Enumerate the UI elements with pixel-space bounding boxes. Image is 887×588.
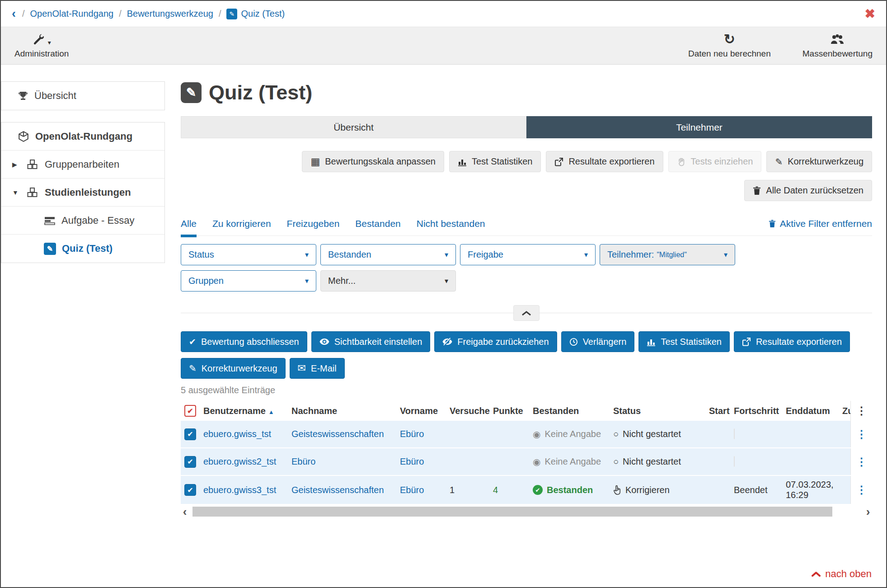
breadcrumb-item-assessment-tool[interactable]: Bewertungswerkzeug (127, 9, 213, 19)
pencil-icon: ✎ (775, 157, 783, 166)
trophy-icon (18, 90, 28, 101)
correction-tool-button[interactable]: ✎ Korrekturwerkzeug (766, 151, 872, 172)
filter-tab-passed[interactable]: Bestanden (355, 218, 400, 229)
table-settings-icon[interactable]: ⋮ (850, 401, 872, 421)
breadcrumb-item-quiz[interactable]: Quiz (Test) (241, 9, 285, 19)
export-results-bulk-button[interactable]: Resultate exportieren (734, 331, 850, 352)
cubes-icon (26, 159, 39, 170)
passed-filter-label: Bestanden (328, 249, 371, 260)
pull-tests-button: Tests einziehen (668, 151, 762, 172)
tab-overview[interactable]: Übersicht (181, 116, 526, 138)
row-actions-icon[interactable]: ⋮ (850, 476, 872, 504)
caret-down-icon[interactable]: ▼ (12, 189, 20, 196)
filters-collapse-divider (181, 305, 872, 321)
row-checkbox[interactable]: ✔ (184, 456, 196, 468)
remove-filters-button[interactable]: Aktive Filter entfernen (769, 218, 872, 229)
passed-label: Keine Angabe (544, 456, 601, 467)
back-icon[interactable]: ‹ (12, 8, 16, 20)
scrollbar-thumb[interactable] (192, 507, 832, 517)
sidebar-item-course-root[interactable]: OpenOlat-Rundgang (1, 122, 164, 151)
correction-tool-label: Korrekturwerkzeug (788, 156, 864, 167)
passed-state: ◉Keine Angabe (530, 425, 610, 443)
collapse-filters-button[interactable] (513, 305, 540, 321)
email-button[interactable]: ✉ E-Mail (290, 358, 345, 379)
trash-icon (753, 186, 761, 195)
finish-assessment-button[interactable]: ✔ Bewertung abschliessen (181, 331, 307, 352)
firstname-link[interactable]: Ebüro (397, 481, 447, 499)
extend-button[interactable]: Verlängern (561, 331, 635, 352)
back-to-top-link[interactable]: nach oben (811, 568, 872, 580)
bulk-assessment-button[interactable]: Massenbewertung (803, 33, 873, 59)
more-filters-dropdown[interactable]: Mehr... ▾ (320, 270, 456, 292)
row-actions-icon[interactable]: ⋮ (850, 421, 872, 447)
participants-table: ✔ Benutzername▲ Nachname Vorname Versuch… (181, 401, 872, 505)
breadcrumb-item-course[interactable]: OpenOlat-Rundgang (30, 9, 114, 19)
filter-tab-to-release[interactable]: Freizugeben (287, 218, 340, 229)
export-results-button[interactable]: Resultate exportieren (546, 151, 663, 172)
release-filter-dropdown[interactable]: Freigabe ▾ (460, 244, 596, 265)
sidebar-item-task-essay[interactable]: Aufgabe - Essay (1, 207, 164, 235)
passed-filter-dropdown[interactable]: Bestanden ▾ (320, 244, 456, 265)
set-visibility-button[interactable]: Sichtbarkeit einstellen (311, 331, 431, 352)
test-statistics-bulk-button[interactable]: Test Statistiken (638, 331, 730, 352)
sidebar-item-group-work[interactable]: ▶ Gruppenarbeiten (1, 151, 164, 179)
col-start[interactable]: Start (706, 406, 731, 416)
lastname-link[interactable]: Geisteswissenschaften (289, 481, 397, 499)
scrollbar-track[interactable] (189, 507, 864, 517)
participant-filter-dropdown[interactable]: Teilnehmer: "Mitglied" ▾ (600, 244, 735, 265)
firstname-link[interactable]: Ebüro (397, 453, 447, 470)
col-status[interactable]: Status (610, 406, 706, 416)
test-statistics-button[interactable]: Test Statistiken (449, 151, 541, 172)
adjust-scale-button[interactable]: ▦ Bewertungsskala anpassen (302, 151, 444, 172)
col-username[interactable]: Benutzername▲ (201, 406, 289, 416)
close-icon[interactable]: ✖ (865, 8, 875, 20)
circle-icon: ○ (613, 456, 619, 467)
status-state: ○Nicht gestartet (610, 425, 706, 443)
correction-tool-bulk-button[interactable]: ✎ Korrekturwerkzeug (181, 358, 286, 379)
quiz-pencil-icon: ✎ (44, 243, 56, 255)
row-actions-icon[interactable]: ⋮ (850, 448, 872, 475)
filter-tab-all[interactable]: Alle (181, 218, 197, 229)
caret-right-icon[interactable]: ▶ (12, 161, 20, 168)
chevron-down-icon: ▾ (445, 250, 448, 259)
col-firstname[interactable]: Vorname (397, 406, 447, 416)
scroll-left-icon[interactable]: ‹ (181, 506, 189, 517)
col-attempts[interactable]: Versuche (447, 406, 490, 416)
col-passed[interactable]: Bestanden (530, 406, 610, 416)
groups-filter-dropdown[interactable]: Gruppen ▾ (181, 270, 316, 292)
col-enddate[interactable]: Enddatum (783, 406, 840, 416)
username-link[interactable]: ebuero.gwiss3_tst (201, 481, 289, 499)
recalculate-data-button[interactable]: ↻ Daten neu berechnen (688, 33, 771, 59)
wrench-icon (33, 33, 45, 46)
status-filter-dropdown[interactable]: Status ▾ (181, 244, 316, 265)
bulk-actions-row-2: ✎ Korrekturwerkzeug ✉ E-Mail (181, 358, 872, 379)
withdraw-release-button[interactable]: Freigabe zurückziehen (434, 331, 557, 352)
lastname-link[interactable]: Ebüro (289, 453, 397, 470)
openolat-window: ‹ / OpenOlat-Rundgang / Bewertungswerkze… (0, 0, 887, 588)
lastname-link[interactable]: Geisteswissenschaften (289, 425, 397, 443)
filter-tab-to-correct[interactable]: Zu korrigieren (212, 218, 271, 229)
scroll-right-icon[interactable]: › (864, 506, 872, 517)
row-checkbox[interactable]: ✔ (184, 428, 196, 440)
administration-menu[interactable]: ▾ Administration (14, 33, 69, 59)
col-truncated[interactable]: Zu (840, 406, 850, 416)
sidebar-item-quiz-test[interactable]: ✎ Quiz (Test) (1, 235, 164, 263)
status-label: Nicht gestartet (623, 429, 681, 439)
sort-asc-icon: ▲ (268, 409, 274, 415)
enddate-value (783, 458, 840, 466)
username-link[interactable]: ebuero.gwiss_tst (201, 425, 289, 443)
select-all-checkbox[interactable]: ✔ (184, 405, 196, 417)
sidebar-item-coursework[interactable]: ▼ Studienleistungen (1, 179, 164, 207)
filter-tab-failed[interactable]: Nicht bestanden (417, 218, 485, 229)
col-progress[interactable]: Fortschritt (731, 406, 783, 416)
tab-participants[interactable]: Teilnehmer (526, 116, 872, 138)
reset-all-data-button[interactable]: Alle Daten zurücksetzen (744, 180, 872, 201)
set-visibility-label: Sichtbarkeit einstellen (334, 337, 422, 347)
col-lastname[interactable]: Nachname (289, 406, 397, 416)
status-state: Korrigieren (610, 481, 706, 499)
sidebar-item-overview[interactable]: Übersicht (1, 82, 164, 110)
firstname-link[interactable]: Ebüro (397, 425, 447, 443)
row-checkbox[interactable]: ✔ (184, 484, 196, 496)
username-link[interactable]: ebuero.gwiss2_tst (201, 453, 289, 470)
col-points[interactable]: Punkte (490, 406, 530, 416)
